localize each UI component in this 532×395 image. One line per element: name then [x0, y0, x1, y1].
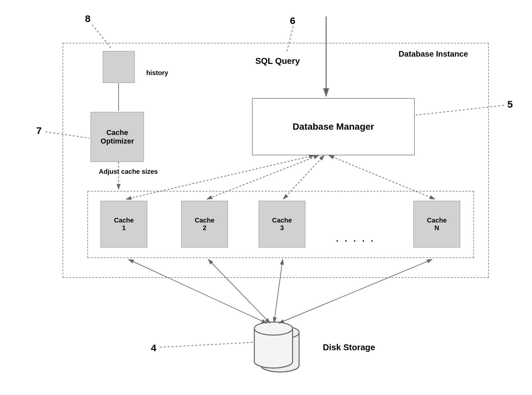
diagram-container: 8 6 7 5 4 Database Instance SQL Query hi… — [7, 7, 532, 395]
cache-n-box: Cache N — [413, 201, 460, 248]
svg-point-2 — [254, 355, 293, 368]
svg-point-0 — [261, 359, 299, 372]
cache-optimizer-box: Cache Optimizer — [91, 112, 144, 162]
cache-3-box: Cache 3 — [259, 201, 305, 248]
instance-title: Database Instance — [399, 49, 468, 59]
adjust-cache-label: Adjust cache sizes — [99, 168, 158, 175]
history-box — [103, 51, 135, 83]
database-manager-box: Database Manager — [252, 98, 415, 155]
svg-line-8 — [160, 342, 253, 347]
ref-6: 6 — [290, 15, 295, 26]
sql-query-label: SQL Query — [255, 56, 300, 66]
ref-8: 8 — [85, 13, 91, 24]
ref-5: 5 — [507, 99, 513, 110]
ref-4: 4 — [151, 342, 156, 354]
cache-2-box: Cache 2 — [181, 201, 228, 248]
disk-storage-label: Disk Storage — [323, 342, 375, 353]
history-label: history — [146, 69, 168, 77]
ref-7: 7 — [36, 125, 42, 136]
svg-point-1 — [261, 326, 299, 339]
svg-point-3 — [254, 322, 293, 335]
dots-label: . . . . . — [336, 234, 375, 244]
cache-1-box: Cache 1 — [100, 201, 147, 248]
